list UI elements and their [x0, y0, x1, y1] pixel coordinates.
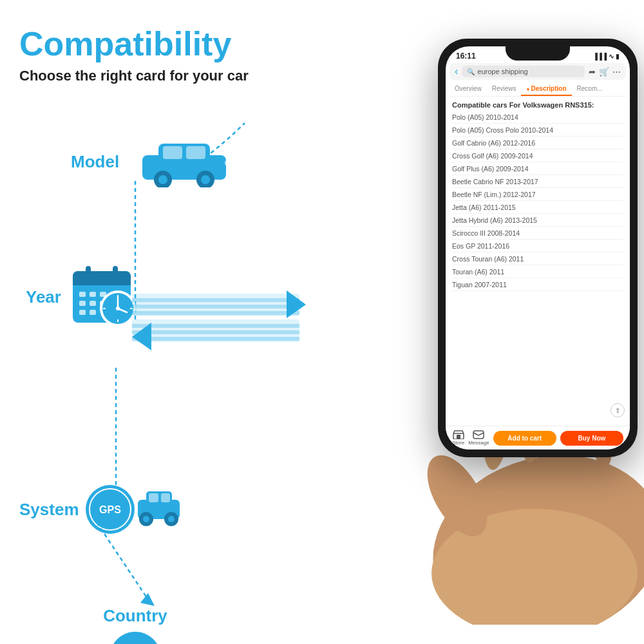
year-label: Year — [26, 287, 61, 307]
svg-rect-49 — [161, 493, 170, 502]
buy-now-button[interactable]: Buy Now — [560, 431, 623, 446]
scroll-up-button[interactable]: ⇧ — [611, 403, 625, 417]
list-item: Eos GP 2011-2016 — [452, 240, 623, 252]
model-section: Model — [71, 136, 239, 187]
country-section: Country — [103, 606, 167, 644]
more-icon[interactable]: ⋯ — [612, 67, 621, 77]
page-subtitle: Choose the right card for your car — [19, 68, 354, 84]
svg-point-5 — [158, 175, 167, 184]
svg-rect-12 — [86, 266, 91, 278]
search-box[interactable]: 🔍 europe shipping — [462, 66, 585, 77]
page-title: Compatibility — [19, 26, 354, 62]
location-pin-icon — [103, 629, 167, 644]
message-button[interactable]: Message — [468, 430, 489, 446]
browser-actions: ➦ 🛒 ⋯ — [589, 67, 621, 77]
icons-area: Model — [19, 123, 354, 606]
system-label: System — [19, 500, 79, 520]
list-header: Compatible cars For Volkswagen RNS315: — [452, 99, 623, 111]
svg-point-53 — [168, 516, 175, 522]
bottom-bar: Store Message Add to cart Buy Now — [446, 426, 630, 450]
add-to-cart-button[interactable]: Add to cart — [493, 431, 556, 446]
list-item: Beetle NF (Lim.) 2012-2017 — [452, 188, 623, 201]
back-button[interactable]: ‹ — [455, 66, 458, 77]
country-label: Country — [103, 606, 167, 626]
signal-icon: ▐▐▐ — [593, 53, 607, 60]
tab-overview[interactable]: Overview — [450, 82, 487, 96]
svg-rect-18 — [79, 301, 86, 306]
nav-tabs[interactable]: Overview Reviews ● Description Recom... — [450, 82, 626, 97]
svg-rect-11 — [73, 279, 131, 285]
svg-rect-13 — [113, 266, 118, 278]
tab-reviews[interactable]: Reviews — [487, 82, 522, 96]
store-icon — [453, 430, 464, 439]
message-icon — [473, 430, 484, 439]
phone-notch — [506, 46, 570, 61]
list-item: Golf Cabrio (A6) 2012-2016 — [452, 137, 623, 149]
svg-rect-68 — [473, 431, 484, 439]
arrows-area — [132, 287, 325, 352]
svg-rect-15 — [90, 292, 96, 297]
svg-rect-48 — [149, 493, 158, 502]
tab-description[interactable]: ● Description — [521, 82, 571, 96]
battery-icon: ▮ — [616, 53, 620, 60]
status-time: 16:11 — [456, 52, 476, 61]
list-item: Scirocco III 2008-2014 — [452, 227, 623, 240]
browser-bar[interactable]: ‹ 🔍 europe shipping ➦ 🛒 ⋯ — [450, 63, 626, 80]
svg-point-51 — [143, 516, 149, 522]
content-list: Compatible cars For Volkswagen RNS315: P… — [446, 97, 630, 294]
search-text: europe shipping — [477, 68, 527, 75]
store-button[interactable]: Store — [452, 430, 464, 446]
svg-rect-22 — [79, 310, 86, 315]
phone-outer: 16:11 ▐▐▐ ∿ ▮ ‹ 🔍 europe shipping ➦ 🛒 ⋯ — [438, 39, 638, 457]
svg-rect-2 — [163, 146, 182, 159]
tab-dot: ● — [526, 86, 531, 92]
wifi-icon: ∿ — [609, 53, 614, 60]
list-item: Polo (A05) Cross Polo 2010-2014 — [452, 124, 623, 137]
search-icon: 🔍 — [467, 68, 475, 75]
svg-rect-67 — [457, 435, 460, 439]
list-item: Touran (A6) 2011 — [452, 265, 623, 278]
cart-icon[interactable]: 🛒 — [599, 67, 609, 77]
tab-recom[interactable]: Recom... — [572, 82, 608, 96]
dashed-line-model — [200, 117, 251, 168]
dashed-line-system — [84, 368, 148, 497]
list-item: Cross Touran (A6) 2011 — [452, 252, 623, 265]
svg-rect-23 — [90, 310, 96, 315]
year-section: Year — [26, 258, 145, 336]
list-item: Beetle Cabrio NF 2013-2017 — [452, 175, 623, 188]
svg-rect-14 — [79, 292, 86, 297]
list-item: Golf Plus (A6) 2009-2014 — [452, 162, 623, 175]
phone-screen: 16:11 ▐▐▐ ∿ ▮ ‹ 🔍 europe shipping ➦ 🛒 ⋯ — [446, 46, 630, 450]
svg-rect-19 — [90, 301, 96, 306]
share-icon[interactable]: ➦ — [589, 67, 596, 77]
status-icons: ▐▐▐ ∿ ▮ — [593, 53, 620, 60]
model-label: Model — [71, 152, 119, 172]
list-item: Tiguan 2007-2011 — [452, 278, 623, 291]
dashed-line-country — [71, 522, 200, 619]
list-item: Jetta Hybrid (A6) 2013-2015 — [452, 214, 623, 227]
svg-point-7 — [201, 175, 210, 184]
svg-text:GPS: GPS — [99, 504, 121, 515]
list-item: Jetta (A6) 2011-2015 — [452, 201, 623, 214]
list-item: Polo (A05) 2010-2014 — [452, 111, 623, 124]
phone-container: 16:11 ▐▐▐ ∿ ▮ ‹ 🔍 europe shipping ➦ 🛒 ⋯ — [393, 39, 644, 605]
svg-marker-54 — [140, 593, 155, 606]
left-panel: Compatibility Choose the right card for … — [0, 0, 374, 644]
list-item: Cross Golf (A6) 2009-2014 — [452, 149, 623, 162]
